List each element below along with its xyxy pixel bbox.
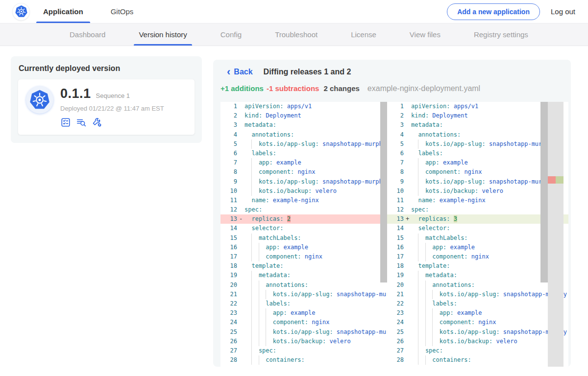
code-text: component: nginx bbox=[245, 252, 387, 261]
scrollbar-thumb[interactable] bbox=[540, 102, 548, 282]
line-number: 25 bbox=[220, 328, 237, 337]
checklist-icon[interactable] bbox=[60, 117, 71, 128]
diff-sign bbox=[404, 355, 411, 365]
code-text: app: example bbox=[411, 308, 568, 318]
code-text: annotations: bbox=[245, 130, 387, 140]
code-line: 24 component: nginx bbox=[387, 318, 568, 327]
changes-count: 2 changes bbox=[323, 84, 359, 93]
code-text: containers: bbox=[245, 355, 387, 365]
diff-sign bbox=[237, 337, 245, 346]
diff-pane-original[interactable]: 1apiVersion: apps/v12kind: Deployment3me… bbox=[220, 102, 387, 367]
code-line: 23 app: example bbox=[220, 308, 387, 318]
code-line: 22 labels: bbox=[387, 299, 568, 308]
line-number: 9 bbox=[387, 177, 404, 187]
code-line: 21 kots.io/app-slug: snapshotapp-murphy bbox=[387, 290, 568, 299]
line-number: 21 bbox=[387, 290, 404, 299]
code-line: 12spec: bbox=[220, 205, 387, 214]
subnav-tab-license[interactable]: License bbox=[346, 24, 381, 46]
code-line: 26 kots.io/backup: velero bbox=[387, 337, 568, 346]
diff-sign bbox=[404, 252, 411, 261]
ruler-removed-marker bbox=[548, 176, 556, 184]
diff-filename: example-nginx-deployment.yaml bbox=[368, 84, 480, 93]
line-number: 11 bbox=[220, 196, 237, 205]
line-number: 8 bbox=[387, 167, 404, 177]
code-text: annotations: bbox=[245, 281, 387, 290]
kubernetes-logo bbox=[13, 3, 29, 20]
code-text: spec: bbox=[245, 205, 387, 214]
code-text: component: nginx bbox=[245, 167, 387, 177]
view-logs-icon[interactable] bbox=[76, 117, 87, 128]
logout-button[interactable]: Log out bbox=[551, 7, 575, 16]
subnav-tab-troubleshoot[interactable]: Troubleshoot bbox=[270, 24, 322, 46]
kubernetes-app-icon bbox=[29, 89, 50, 111]
code-line: 20 annotations: bbox=[220, 281, 387, 290]
code-line: 24 component: nginx bbox=[220, 318, 387, 327]
overview-ruler[interactable] bbox=[548, 102, 564, 367]
scrollbar-thumb[interactable] bbox=[380, 102, 387, 282]
line-number: 9 bbox=[220, 177, 237, 187]
line-number: 23 bbox=[387, 308, 404, 318]
line-number: 16 bbox=[387, 243, 404, 252]
line-number: 5 bbox=[220, 140, 237, 149]
subnav-tab-config[interactable]: Config bbox=[216, 24, 246, 46]
add-application-button[interactable]: Add a new application bbox=[447, 3, 540, 20]
top-tab-application[interactable]: Application bbox=[36, 0, 90, 23]
additions-count: +1 additions bbox=[220, 84, 264, 93]
diff-sign bbox=[237, 308, 245, 318]
top-tab-gitops[interactable]: GitOps bbox=[104, 0, 141, 23]
code-text: app: example bbox=[245, 243, 387, 252]
version-action-icons bbox=[60, 117, 164, 128]
subnav-tab-registry-settings[interactable]: Registry settings bbox=[469, 24, 533, 46]
line-number: 22 bbox=[220, 299, 237, 308]
line-number: 15 bbox=[220, 234, 237, 243]
diff-sign bbox=[404, 102, 411, 111]
diff-pane-modified[interactable]: 1apiVersion: apps/v12kind: Deployment3me… bbox=[387, 102, 568, 367]
diff-sign bbox=[237, 167, 245, 177]
deployed-version-details: 0.1.1 Sequence 1 Deployed 01/21/22 @ 11:… bbox=[60, 86, 164, 128]
back-label: Back bbox=[234, 68, 252, 76]
diff-sign bbox=[404, 308, 411, 318]
code-line: 18 template: bbox=[220, 261, 387, 271]
code-text: kots.io/backup: velero bbox=[245, 337, 387, 346]
diff-sign bbox=[237, 140, 245, 149]
config-icon[interactable] bbox=[92, 117, 102, 128]
line-number: 3 bbox=[220, 120, 237, 130]
line-number: 2 bbox=[387, 111, 404, 120]
code-text: spec: bbox=[245, 346, 387, 355]
subnav-tab-dashboard[interactable]: Dashboard bbox=[65, 24, 110, 46]
line-number: 27 bbox=[220, 346, 237, 355]
code-line: 22 labels: bbox=[220, 299, 387, 308]
code-text: matchLabels: bbox=[245, 234, 387, 243]
code-text: kots.io/app-slug: snapshotapp-murphy bbox=[411, 328, 568, 337]
diff-sign bbox=[404, 120, 411, 130]
diff-sign bbox=[237, 271, 245, 280]
back-button[interactable]: ‹ Back bbox=[227, 68, 253, 76]
line-number: 18 bbox=[387, 261, 404, 271]
diff-sign bbox=[237, 130, 245, 140]
diff-sign bbox=[404, 224, 411, 233]
code-text: selector: bbox=[245, 224, 387, 233]
line-number: 10 bbox=[220, 187, 237, 196]
line-number: 15 bbox=[387, 234, 404, 243]
code-text: labels: bbox=[245, 149, 387, 158]
code-line: 17 component: nginx bbox=[220, 252, 387, 261]
line-number: 10 bbox=[387, 187, 404, 196]
diff-sign: + bbox=[404, 214, 411, 224]
line-number: 14 bbox=[387, 224, 404, 233]
code-text: name: example-nginx bbox=[245, 196, 387, 205]
diff-header: ‹ Back Diffing releases 1 and 2 bbox=[213, 67, 571, 76]
line-number: 26 bbox=[220, 337, 237, 346]
line-number: 7 bbox=[387, 158, 404, 167]
line-number: 19 bbox=[387, 271, 404, 280]
diff-sign bbox=[404, 111, 411, 120]
line-number: 17 bbox=[387, 252, 404, 261]
subnav-tab-view-files[interactable]: View files bbox=[405, 24, 445, 46]
code-line: 19 metadata: bbox=[220, 271, 387, 280]
line-number: 12 bbox=[387, 205, 404, 214]
code-line: 7 app: example bbox=[220, 158, 387, 167]
line-number: 27 bbox=[387, 346, 404, 355]
subnav-tab-version-history[interactable]: Version history bbox=[134, 24, 192, 46]
line-number: 3 bbox=[387, 120, 404, 130]
code-text: kots.io/app-slug: snapshotapp-murphy bbox=[245, 140, 387, 149]
diff-sign bbox=[237, 102, 245, 111]
